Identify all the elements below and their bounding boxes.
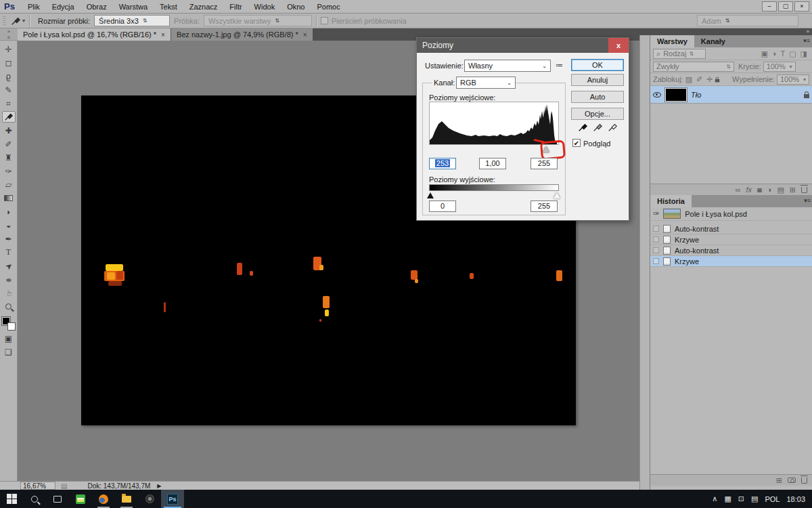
toolbar-collapse[interactable]: »≡ (0, 28, 18, 41)
menu-edycja[interactable]: Edycja (46, 0, 81, 14)
tab-pole-i-lysa[interactable]: Pole i Łysa kol.psd @ 16,7% (RGB/16) * × (18, 28, 171, 41)
firefox-app-button[interactable] (92, 490, 115, 508)
file-explorer-button[interactable] (115, 490, 138, 508)
history-brush-source-icon[interactable]: ✑ (653, 209, 659, 218)
history-state-row[interactable]: Auto-kontrast (650, 245, 812, 256)
black-point-eyedropper-icon[interactable] (578, 123, 587, 133)
panel-menu-icon[interactable]: ▾≡ (803, 37, 810, 44)
tab-warstwy[interactable]: Warstwy (650, 35, 694, 47)
gradient-tool[interactable] (2, 192, 16, 204)
shape-tool[interactable]: ● (0, 274, 19, 285)
photoshop-app-button[interactable]: Ps (161, 490, 184, 508)
screen-mode-button[interactable]: ❑ (2, 346, 16, 358)
task-view-button[interactable] (46, 490, 69, 508)
add-mask-icon[interactable]: ◙ (757, 186, 762, 194)
tab-close-icon[interactable]: × (161, 31, 165, 39)
options-button[interactable]: Opcje... (571, 108, 624, 120)
crop-tool[interactable]: ⌗ (2, 98, 16, 109)
new-snapshot-camera-icon[interactable] (788, 478, 796, 483)
hand-tool[interactable]: ☞ (3, 287, 14, 300)
tray-calendar-icon[interactable]: ▦ (724, 494, 731, 503)
menu-plik[interactable]: Plik (22, 0, 46, 14)
filter-type-icon[interactable]: T (780, 49, 785, 58)
clone-stamp-tool[interactable]: ♜ (2, 152, 16, 163)
lock-transparency-icon[interactable]: ▨ (685, 75, 692, 84)
tab-close-icon[interactable]: × (303, 31, 307, 39)
dodge-tool[interactable]: ◒ (2, 219, 16, 231)
tab-historia[interactable]: Historia (650, 195, 692, 207)
zoom-level-field[interactable]: 16,67% (20, 482, 55, 490)
type-tool[interactable]: T (2, 247, 16, 258)
new-group-icon[interactable]: ▤ (777, 186, 784, 194)
new-document-from-state-icon[interactable]: ⊞ (776, 476, 782, 485)
white-output-slider[interactable] (554, 192, 560, 198)
ok-button[interactable]: OK (571, 59, 624, 71)
white-input-field[interactable]: 255 (531, 158, 558, 169)
tab-bez-nazwy[interactable]: Bez nazwy-1.jpg @ 74,9% (RGB/8) * × (171, 28, 313, 41)
delete-layer-trash-icon[interactable] (801, 187, 807, 193)
tab-kanaly[interactable]: Kanały (694, 35, 732, 47)
menu-zaznacz[interactable]: Zaznacz (183, 0, 224, 14)
output-white-field[interactable]: 255 (531, 200, 558, 212)
new-layer-icon[interactable]: ⊞ (790, 186, 796, 194)
menu-widok[interactable]: Widok (248, 0, 281, 14)
lock-pixels-icon[interactable]: ✐ (696, 75, 702, 84)
tool-preset-arrow-icon[interactable]: ▾ (22, 18, 25, 24)
filter-adjustment-icon[interactable]: ◑ (772, 49, 777, 58)
history-state-row-selected[interactable]: Krzywe (650, 256, 812, 267)
tray-network-icon[interactable]: ⊡ (738, 494, 744, 503)
black-output-slider[interactable] (427, 192, 434, 198)
preset-menu-icon[interactable]: ≔ (556, 61, 563, 70)
move-tool[interactable]: ✛ (2, 43, 16, 55)
tray-chevron-icon[interactable]: ∧ (712, 494, 717, 503)
marquee-tool[interactable]: ◻ (2, 57, 16, 68)
quick-selection-tool[interactable]: ✎ (2, 84, 16, 96)
preset-select[interactable]: Własny ⌄ (464, 60, 551, 72)
menu-okno[interactable]: Okno (281, 0, 311, 14)
auto-button[interactable]: Auto (571, 91, 624, 103)
media-app-button[interactable] (138, 490, 161, 508)
filter-shape-icon[interactable]: ▢ (789, 49, 796, 58)
blur-tool[interactable]: ◗ (2, 206, 16, 217)
filter-pixel-icon[interactable]: ▣ (761, 49, 767, 58)
preview-checkbox[interactable]: ✔ (572, 139, 581, 147)
history-state-row[interactable]: Auto-kontrast (650, 224, 812, 234)
channel-select[interactable]: RGB ⌄ (456, 77, 516, 89)
new-adjustment-icon[interactable]: ◑ (767, 186, 772, 194)
menu-warstwa[interactable]: Warstwa (113, 0, 154, 14)
sample-size-select[interactable]: Średnia 3x3 ⇅ (94, 15, 170, 26)
path-selection-tool[interactable]: ➤ (0, 257, 18, 275)
image-viewer-app-button[interactable] (69, 490, 92, 508)
quick-mask-button[interactable]: ▣ (2, 333, 16, 344)
dialog-titlebar[interactable]: Poziomy (417, 38, 629, 53)
black-input-field[interactable]: 253 (429, 158, 456, 169)
menu-pomoc[interactable]: Pomoc (311, 0, 346, 14)
layer-style-fx-icon[interactable]: fx (746, 186, 752, 194)
filter-smart-object-icon[interactable]: ◨ (800, 49, 807, 58)
close-button[interactable]: × (794, 1, 809, 12)
workspace-select[interactable]: Adam ⇅ (697, 15, 798, 26)
panel-menu-icon[interactable]: ▾≡ (804, 197, 811, 204)
gamma-input-field[interactable]: 1,00 (479, 158, 506, 169)
blend-mode-select[interactable]: Zwykły⇅ (653, 62, 734, 72)
clock[interactable]: 18:03 (786, 495, 805, 503)
history-state-row[interactable]: Krzywe (650, 234, 812, 245)
layer-filter-select[interactable]: ⌕ Rodzaj ⇅ (653, 49, 706, 59)
brush-tool[interactable]: ✐ (2, 138, 16, 150)
history-snapshot-row[interactable]: ✑ Pole i Łysa kol.psd (650, 207, 812, 221)
current-tool-eyedropper-icon[interactable] (9, 15, 22, 26)
pen-tool[interactable]: ✒ (2, 233, 16, 245)
background-color-swatch[interactable] (7, 322, 16, 331)
lasso-tool[interactable]: ϱ (2, 70, 16, 82)
layer-thumbnail[interactable] (665, 88, 687, 102)
taskbar-search-button[interactable] (23, 490, 46, 508)
dialog-close-button[interactable]: x (608, 38, 629, 53)
levels-dialog[interactable]: Poziomy x Ustawienie: Własny ⌄ ≔ OK Anul… (416, 37, 629, 221)
layer-row-tlo[interactable]: Tło (650, 86, 812, 104)
zoom-tool[interactable] (2, 301, 16, 312)
history-brush-tool[interactable]: ✑ (2, 165, 16, 177)
lock-position-icon[interactable]: ✛ (706, 75, 713, 84)
layer-visibility-eye-icon[interactable] (653, 92, 661, 98)
minimize-button[interactable]: – (762, 1, 777, 12)
fill-select[interactable]: 100%▾ (777, 75, 809, 85)
